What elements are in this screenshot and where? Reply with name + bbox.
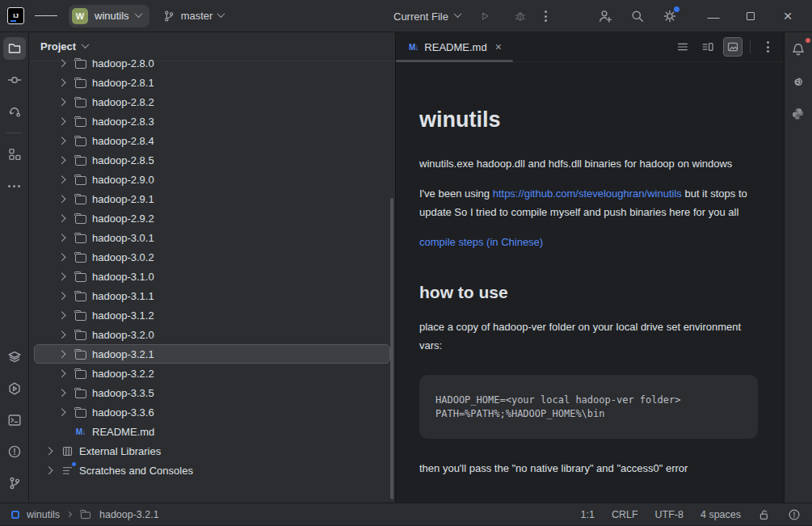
chevron-right-icon[interactable] [56,347,69,360]
chevron-right-icon[interactable] [56,231,69,244]
debug-button[interactable] [509,5,532,27]
show-editor-only-button[interactable] [673,37,692,57]
project-tool-window-button[interactable] [3,37,26,60]
folder-icon [79,508,90,520]
tree-item[interactable]: hadoop-2.9.0 [34,170,390,189]
tree-item-scratches[interactable]: Scratches and Consoles [34,461,390,480]
separator [750,40,751,53]
run-configuration-selector[interactable]: Current File [393,11,461,23]
services-tool-window-button[interactable] [3,377,26,400]
more-tool-windows-button[interactable] [3,175,26,197]
folder-icon [74,328,87,342]
chevron-down-icon [217,10,225,18]
run-button[interactable] [473,5,496,27]
tree-item[interactable]: hadoop-2.8.5 [34,150,390,170]
pull-requests-tool-window-button[interactable] [3,100,26,123]
show-editor-and-preview-button[interactable] [698,37,717,57]
editor-layout-icon [676,40,689,53]
tree-item[interactable]: hadoop-2.8.3 [34,112,390,131]
editor-preview-layout-icon [701,40,714,53]
chevron-right-icon[interactable] [56,386,69,399]
code-with-me-button[interactable] [594,5,616,27]
chevron-right-icon[interactable] [56,76,69,89]
project-selector[interactable]: W winutils [69,5,149,27]
project-panel: Project hadoop-2.8.0 hadoop-2.8.1 hadoop… [29,32,396,503]
tree-item-external-libraries[interactable]: External Libraries [34,441,390,461]
chevron-right-icon[interactable] [56,250,69,263]
chevron-right-icon[interactable] [56,367,69,380]
tree-item[interactable]: hadoop-3.1.2 [34,305,390,325]
tree-item-readme[interactable]: M↓README.md [34,422,390,441]
statusbar-location[interactable]: hadoop-3.2.1 [99,509,159,520]
tab-readme[interactable]: M↓ README.md × [396,32,510,61]
chevron-right-icon[interactable] [56,192,69,205]
python-packages-button[interactable] [787,103,810,125]
version-control-tool-window-button[interactable] [3,472,26,494]
line-separator-widget[interactable]: CRLF [612,509,638,520]
tree-item[interactable]: hadoop-2.8.2 [34,92,390,112]
cursor-position-widget[interactable]: 1:1 [581,509,595,520]
editor-more-options-button[interactable] [758,37,777,57]
search-everywhere-button[interactable] [626,5,649,27]
encoding-widget[interactable]: UTF-8 [655,509,684,520]
tree-item[interactable]: hadoop-3.1.0 [34,267,390,286]
show-preview-only-button[interactable] [723,37,743,57]
problems-analysis-widget[interactable] [788,508,801,521]
settings-button[interactable] [658,5,681,27]
chevron-right-icon[interactable] [56,212,69,225]
main-menu-icon[interactable] [35,5,57,27]
structure-tool-window-button[interactable] [3,143,26,166]
chevron-right-icon[interactable] [56,57,69,69]
tree-item[interactable]: hadoop-3.1.1 [34,286,390,305]
chevron-right-icon[interactable] [56,115,69,128]
chevron-right-icon[interactable] [56,309,69,322]
folder-icon [74,386,87,400]
compile-steps-link[interactable]: compile steps (in Chinese) [419,236,543,248]
commit-tool-window-button[interactable] [3,69,26,91]
github-link[interactable]: https://github.com/steveloughran/winutil… [493,187,682,200]
chevron-right-icon[interactable] [56,95,69,108]
chevron-right-icon[interactable] [43,464,56,477]
indent-widget[interactable]: 4 spaces [701,509,741,520]
tree-item[interactable]: hadoop-3.2.2 [34,364,390,383]
chevron-right-icon[interactable] [56,270,69,283]
chevron-right-icon[interactable] [56,328,69,341]
chevron-right-icon[interactable] [56,173,69,186]
chevron-right-icon[interactable] [56,134,69,147]
folder-icon [74,406,87,419]
tree-item[interactable]: hadoop-2.8.4 [34,131,390,150]
close-tab-icon[interactable]: × [495,41,502,53]
hexagon-play-icon [7,381,22,396]
tree-item[interactable]: hadoop-3.3.5 [34,383,390,402]
tree-item[interactable]: hadoop-2.8.0 [34,53,390,73]
layers-tool-window-button[interactable] [3,346,26,368]
markdown-preview: winutils winutils.exe hadoop.dll and hdf… [396,62,784,503]
close-button[interactable]: × [778,6,797,26]
tree-item-selected[interactable]: hadoop-3.2.1 [34,344,390,364]
markdown-icon: M↓ [409,43,418,52]
tree-item[interactable]: hadoop-3.2.0 [34,325,390,344]
tree-item[interactable]: hadoop-3.0.1 [34,228,390,247]
tree-item[interactable]: hadoop-2.9.1 [34,189,390,208]
chevron-right-icon[interactable] [56,406,69,419]
minimize-button[interactable]: — [704,6,723,26]
chevron-right-icon[interactable] [43,444,56,457]
terminal-icon [7,413,22,427]
project-panel-scrollbar[interactable] [390,198,393,499]
branch-selector[interactable]: master [162,10,225,23]
more-actions-icon[interactable] [545,11,547,22]
layers-icon [7,350,22,364]
chevron-right-icon[interactable] [56,154,69,166]
tree-item[interactable]: hadoop-3.0.2 [34,247,390,267]
maximize-button[interactable] [741,6,760,26]
chevron-right-icon[interactable] [56,289,69,302]
read-only-toggle[interactable] [758,508,771,521]
tree-item[interactable]: hadoop-2.9.2 [34,208,390,228]
terminal-tool-window-button[interactable] [3,409,26,431]
notifications-button[interactable] [787,38,810,61]
tree-item[interactable]: hadoop-2.8.1 [34,73,390,92]
problems-tool-window-button[interactable] [3,440,26,463]
ai-assistant-button[interactable] [787,70,810,93]
tree-item[interactable]: hadoop-3.3.6 [34,402,390,422]
statusbar-project[interactable]: winutils [27,509,60,520]
